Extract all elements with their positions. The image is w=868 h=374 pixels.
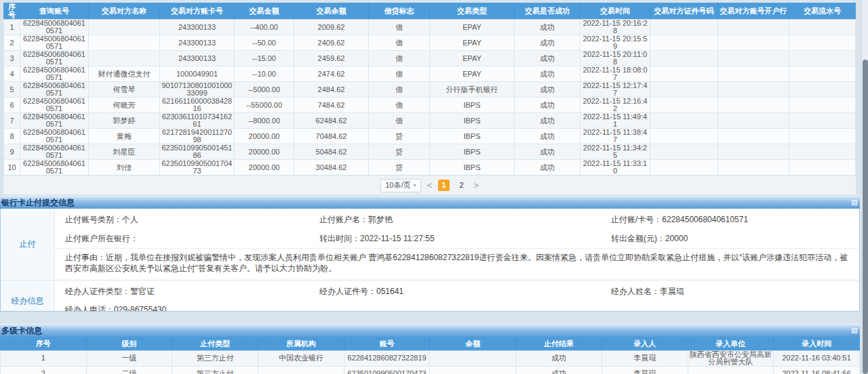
table-row: 76228450068040610571郭梦婷62303611010734162… [4,113,856,129]
table-cell: EPAY [430,35,515,51]
table-cell: IBPS [430,113,515,129]
stop-payment-panel: 银行卡止付提交信息 止付 止付账号类别：个人 止付账户名：郭梦艳 止付账/卡号：… [0,196,860,312]
table-row: 36228450068040610571243300133--15.002459… [4,51,856,66]
table-cell: 成功 [515,113,580,129]
table-cell: 6235010990500170473 [344,366,430,374]
table-cell: 9010713080100100033099 [160,82,235,98]
page-size-select[interactable]: 10条/页 ▾ [380,179,420,192]
vertical-scrollbar[interactable] [861,0,868,374]
table-cell [718,160,789,175]
table-cell [650,98,718,113]
scrollbar-thumb[interactable] [863,60,868,374]
table-cell: 6235010990500145186 [160,144,235,160]
table-cell: 2 [1,366,87,374]
table-row: 16228450068040610571243300133--400.00200… [4,20,856,35]
table-cell: --8000.00 [235,113,294,129]
transactions-section: 序号查询账号交易对方名称交易对方账卡号交易金额交易余额借贷标志交易类型交易是否成… [3,3,856,194]
table-cell: 7 [4,113,20,129]
field-account-name: 止付账户名：郭梦艳 [319,214,611,226]
table-cell: 何晓芳 [89,98,160,113]
table-cell [718,51,789,66]
table-cell: 6228412860827322819 [344,350,430,366]
table-cell: 一级 [86,350,172,366]
table-cell: 6216611600003842816 [160,98,235,113]
column-header: 级别 [86,337,172,350]
next-page-button[interactable]: > [473,180,479,191]
transactions-header-row: 序号查询账号交易对方名称交易对方账卡号交易金额交易余额借贷标志交易类型交易是否成… [4,3,856,20]
table-cell: 6228450068040610571 [20,129,89,144]
prev-page-button[interactable]: < [427,180,433,191]
table-cell [650,66,718,82]
table-cell: 6228450068040610571 [20,20,89,35]
table-cell: 李晨琨 [601,350,688,366]
table-cell [89,20,160,35]
column-header: 交易对方证件号码 [650,3,718,20]
table-cell [650,20,718,35]
group-label-zhifu: 止付 [1,209,55,280]
stop-payment-panel-body: 止付 止付账号类别：个人 止付账户名：郭梦艳 止付账/卡号：6228450068… [0,209,860,312]
table-cell: 刘星臣 [89,144,160,160]
column-header: 交易对方账号开户行 [718,3,789,20]
table-cell [789,66,856,82]
table-cell: 2022-11-16 03:40:51 [774,350,860,366]
table-cell: 借 [369,51,430,66]
table-cell: 2022-11-15 20:11:08 [580,51,650,66]
field-row: 经办人证件类型：警官证 经办人证件号：051641 经办人姓名：李晨琨 [55,282,859,301]
table-cell [650,51,718,66]
multilevel-body: 1一级第三方止付中国农业银行6228412860827322819成功李晨琨陕西… [1,350,860,374]
table-cell: 1 [1,350,87,366]
stop-payment-group: 止付 止付账号类别：个人 止付账户名：郭梦艳 止付账/卡号：6228450068… [1,209,859,280]
table-cell: 借 [369,82,430,98]
table-cell [789,98,856,113]
column-header: 所属机构 [258,337,344,350]
table-cell: IBPS [430,160,515,175]
table-cell [789,51,856,66]
table-cell: 成功 [515,82,580,98]
column-header: 止付结果 [516,337,602,350]
table-cell [789,82,856,98]
table-cell [789,35,856,51]
collapse-icon[interactable] [852,200,857,205]
table-cell: 30484.62 [294,160,369,175]
column-header: 交易对方名称 [89,3,160,20]
collapse-icon[interactable] [852,328,857,333]
table-cell: 50484.62 [294,144,369,160]
table-cell: 6228450068040610571 [20,113,89,129]
column-header: 账号 [344,337,430,350]
panel-title: 多级卡信息 [1,325,42,337]
table-cell: 第三方止付 [172,366,258,374]
table-cell: 2459.62 [294,51,369,66]
table-row: 56228450068040610571何雪琴90107130801001000… [4,82,856,98]
table-cell: 10 [4,160,20,175]
table-cell: 1000049901 [160,66,235,82]
table-cell: 62484.62 [294,113,369,129]
column-header: 查询账号 [20,3,89,20]
table-cell: 郭梦婷 [89,113,160,129]
column-header: 交易余额 [294,3,369,20]
table-cell: 6217281942001127098 [160,129,235,144]
page-button-2[interactable]: 2 [456,180,467,191]
column-header: 借贷标志 [369,3,430,20]
table-cell [89,51,160,66]
table-cell: 2022-11-15 18:08:07 [580,66,650,82]
table-cell: 243300133 [160,51,235,66]
table-cell: 黄梅 [89,129,160,144]
chevron-down-icon: ▾ [414,182,416,188]
table-cell: 6228450068040610571 [20,51,89,66]
page-size-label: 10条/页 [385,180,410,190]
stop-payment-panel-header[interactable]: 银行卡止付提交信息 [0,196,860,209]
table-cell: EPAY [430,51,515,66]
field-card-number: 止付账/卡号：6228450068040610571 [611,214,859,226]
table-cell: 中国农业银行 [258,350,344,366]
table-cell: --400.00 [235,20,294,35]
multilevel-card-panel-header[interactable]: 多级卡信息 [0,324,860,337]
table-cell: --5000.00 [235,82,294,98]
table-cell: 3 [4,51,20,66]
field-handler-phone: 经办人电话：029-86755430 [55,304,319,312]
table-cell: 2022-11-15 12:17:47 [580,82,650,98]
table-cell: 贷 [369,144,430,160]
page-button-1[interactable]: 1 [438,180,450,191]
table-row: 2二级第三方止付6235010990500170473成功李晨琨2022-11-… [1,366,860,374]
table-cell [650,35,718,51]
table-cell: 二级 [86,366,172,374]
